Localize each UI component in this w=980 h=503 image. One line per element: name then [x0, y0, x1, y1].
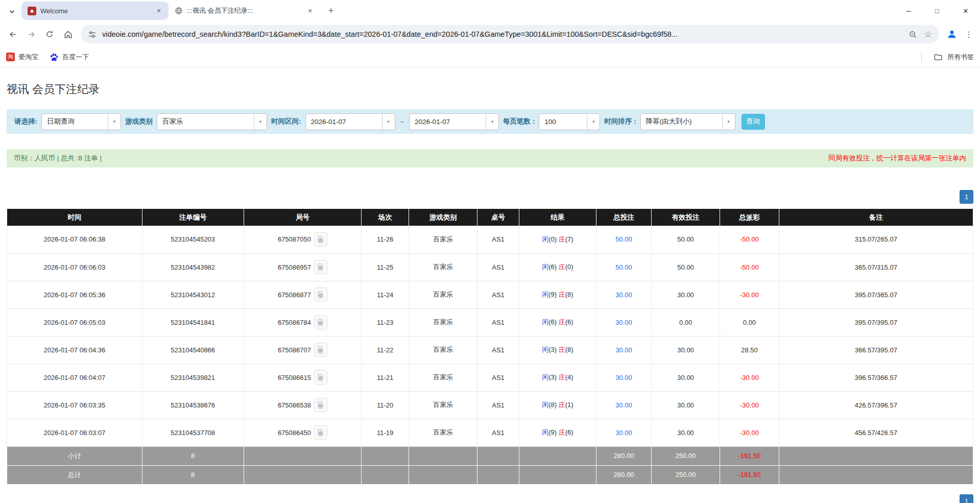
minimize-button[interactable]: ─	[894, 0, 923, 21]
video-replay-button[interactable]	[314, 343, 327, 357]
cell-session: 11-21	[362, 364, 409, 391]
bookmark-aitaobao[interactable]: 淘 爱淘宝	[6, 53, 38, 62]
cell-payout: -30.00	[720, 419, 779, 446]
site-settings-icon[interactable]	[87, 29, 97, 39]
person-icon	[946, 29, 958, 40]
date-end-value: 2026-01-07	[410, 118, 486, 126]
sort-order-select[interactable]: 降幂(由大到小) ▼	[640, 113, 735, 130]
summary-empty	[244, 446, 362, 465]
summary-empty	[519, 446, 596, 465]
sort-order-label: 时间排序 :	[604, 117, 636, 126]
all-bookmarks[interactable]: 所有书签	[921, 52, 974, 62]
cell-table-no: AS1	[477, 281, 519, 308]
cell-payout: 28.50	[720, 336, 779, 364]
sort-order-value: 降幂(由大到小)	[641, 117, 722, 126]
url-text[interactable]: videoie.com/game/betrecord_search/kind3?…	[102, 30, 902, 38]
film-icon	[317, 235, 324, 244]
back-button[interactable]	[4, 26, 21, 43]
select-type-label: 请选择:	[14, 117, 37, 126]
table-header-row: 时间注单编号局号场次游戏类别桌号结果总投注有效投注总派彩备注	[7, 209, 973, 226]
tab-search-button[interactable]	[4, 4, 19, 19]
page-title: 视讯 会员下注纪录	[7, 82, 973, 97]
game-kind-value: 百家乐	[157, 117, 254, 126]
video-replay-button[interactable]	[314, 425, 327, 440]
close-window-button[interactable]: ✕	[951, 0, 980, 21]
cell-game-kind: 百家乐	[409, 336, 477, 364]
date-end-select[interactable]: 2026-01-07 ▼	[409, 113, 499, 130]
summary-empty	[362, 446, 409, 465]
reload-button[interactable]	[41, 26, 58, 43]
film-icon	[317, 428, 324, 437]
forward-arrow-icon	[27, 30, 36, 39]
new-tab-button[interactable]: +	[324, 4, 338, 18]
cell-total-bet: 50.00	[596, 226, 652, 253]
home-button[interactable]	[59, 26, 77, 43]
page-size-select[interactable]: 100 ▼	[539, 113, 600, 130]
cell-result: 闲(9) 庄(6)	[519, 419, 596, 446]
bookmarks-bar: 淘 爱淘宝 百度一下 所有书签	[0, 47, 980, 67]
video-replay-button[interactable]	[314, 288, 327, 302]
zoom-icon[interactable]	[907, 29, 918, 39]
maximize-button[interactable]: □	[923, 0, 951, 21]
bookmark-star-icon[interactable]: ☆	[923, 29, 933, 39]
video-replay-button[interactable]	[314, 315, 327, 329]
valid-bet-notice: 同局有效投注，统一计算在该局第一张注单内	[828, 154, 966, 163]
summary-label: 小计	[7, 446, 142, 465]
cell-round: 675086784	[244, 308, 362, 336]
table-row: 2026-01-07 06:03:07 523104537708 6750864…	[7, 419, 973, 446]
film-icon	[317, 346, 324, 354]
cell-valid-bet: 0.00	[651, 308, 720, 336]
video-replay-button[interactable]	[314, 370, 327, 385]
table-row: 2026-01-07 06:04:36 523104540866 6750867…	[7, 336, 973, 364]
table-row: 2026-01-07 06:04:07 523104539821 6750866…	[7, 364, 973, 391]
query-type-select[interactable]: 日期查询 ▼	[41, 113, 121, 130]
table-row: 2026-01-07 06:05:36 523104543012 6750868…	[7, 281, 973, 308]
cell-bet-id: 523104543982	[142, 253, 244, 281]
cell-note: 365.07/315.07	[779, 253, 973, 281]
browser-toolbar: videoie.com/game/betrecord_search/kind3?…	[0, 21, 980, 47]
video-replay-button[interactable]	[314, 232, 327, 247]
cell-total-bet: 50.00	[596, 253, 652, 281]
cell-game-kind: 百家乐	[409, 308, 477, 336]
cell-bet-id: 523104537708	[142, 419, 244, 446]
cell-round: 675086957	[244, 253, 362, 281]
bookmark-baidu[interactable]: 百度一下	[50, 53, 89, 62]
cell-round: 675086450	[244, 419, 362, 446]
tab-bet-records[interactable]: :::视讯 会员下注纪录::: ✕	[169, 2, 320, 20]
search-button[interactable]: 查询	[742, 114, 765, 130]
cell-table-no: AS1	[477, 364, 519, 391]
tab-welcome[interactable]: ♣ Welcome ✕	[21, 2, 169, 20]
video-replay-button[interactable]	[314, 260, 327, 274]
cell-total-bet: 30.00	[596, 364, 652, 391]
video-replay-button[interactable]	[314, 398, 327, 412]
summary-empty	[779, 446, 973, 465]
close-tab-icon[interactable]: ✕	[305, 6, 315, 15]
page-1-button[interactable]: 1	[960, 494, 973, 503]
url-bar[interactable]: videoie.com/game/betrecord_search/kind3?…	[81, 25, 939, 43]
cell-payout: -30.00	[720, 391, 779, 419]
round-number: 675086784	[278, 319, 311, 326]
browser-menu-button[interactable]: ⋮	[962, 26, 976, 43]
cell-valid-bet: 50.00	[651, 253, 720, 281]
cell-note: 396.57/366.57	[779, 364, 973, 391]
game-kind-select[interactable]: 百家乐 ▼	[157, 113, 267, 130]
summary-empty	[519, 465, 596, 484]
summary-empty	[779, 465, 973, 484]
cell-note: 366.57/395.07	[779, 336, 973, 364]
tab-strip: ♣ Welcome ✕ :::视讯 会员下注纪录::: ✕ + ─ □ ✕	[0, 0, 980, 21]
close-tab-icon[interactable]: ✕	[154, 6, 163, 15]
date-start-select[interactable]: 2026-01-07 ▼	[305, 113, 395, 130]
profile-avatar[interactable]	[943, 26, 961, 43]
film-icon	[317, 373, 324, 381]
page-1-button[interactable]: 1	[960, 190, 973, 204]
forward-button[interactable]	[22, 26, 40, 43]
cell-result: 闲(9) 庄(8)	[519, 281, 596, 308]
cell-payout: -30.00	[720, 364, 779, 391]
cell-bet-id: 523104539821	[142, 364, 244, 391]
globe-icon	[175, 7, 183, 15]
summary-empty	[477, 465, 519, 484]
round-number: 675086450	[278, 429, 311, 437]
home-icon	[63, 30, 73, 39]
back-arrow-icon	[8, 30, 18, 39]
round-number: 675086957	[278, 264, 311, 271]
